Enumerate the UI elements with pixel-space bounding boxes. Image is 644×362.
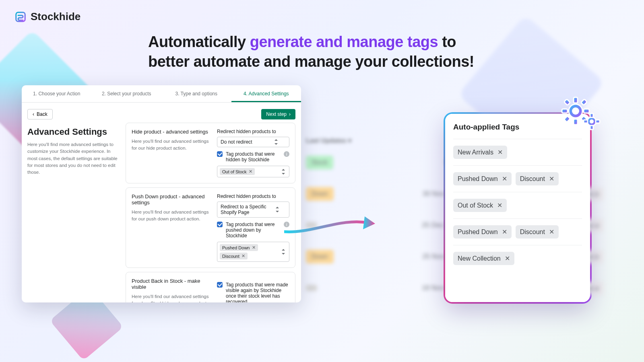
tag-checkbox[interactable] bbox=[217, 151, 223, 157]
redirect-label: Redirect hidden products to bbox=[217, 129, 289, 134]
tag-checkbox[interactable] bbox=[217, 222, 223, 227]
tab-step-3[interactable]: 3. Type and options bbox=[161, 85, 231, 102]
auto-tag-chip: Out of Stock ✕ bbox=[453, 199, 507, 212]
auto-tag-row: Pushed Down ✕Discount ✕ bbox=[453, 218, 582, 245]
brand-name: Stockhide bbox=[31, 10, 80, 23]
tag-chip: Pushed Down ✕ bbox=[220, 244, 258, 251]
panel-subtitle: Here you'll find more advanced settings … bbox=[27, 141, 120, 176]
close-icon[interactable]: ✕ bbox=[502, 175, 507, 183]
settings-card: Product Back in Stock - make visibleHere… bbox=[126, 272, 295, 302]
tab-step-2[interactable]: 2. Select your products bbox=[92, 85, 162, 102]
hero-heading: Automatically generate and manage tags t… bbox=[148, 32, 498, 72]
settings-panel: 1. Choose your Action2. Select your prod… bbox=[22, 85, 301, 302]
svg-rect-7 bbox=[564, 99, 570, 105]
auto-tag-chip: Discount ✕ bbox=[516, 225, 559, 239]
svg-point-12 bbox=[590, 119, 594, 123]
close-icon[interactable]: ✕ bbox=[549, 228, 554, 236]
card-title: Product Back in Stock - make visible bbox=[132, 278, 211, 290]
tag-chipbox[interactable]: Out of Stock ✕ bbox=[217, 166, 289, 177]
svg-point-2 bbox=[572, 107, 579, 115]
checkbox-label: Tag products that were pushed down by St… bbox=[226, 222, 280, 239]
svg-rect-13 bbox=[590, 113, 593, 117]
auto-tag-row: Out of Stock ✕ bbox=[453, 192, 582, 218]
gear-icon bbox=[560, 96, 601, 132]
checkbox-label: Tag products that were made visible agai… bbox=[226, 282, 289, 302]
card-desc: Here you'll find our advanced settings f… bbox=[132, 209, 211, 223]
tabs: 1. Choose your Action2. Select your prod… bbox=[22, 85, 301, 103]
back-button[interactable]: ‹ Back bbox=[27, 109, 53, 119]
auto-tag-chip: New Collection ✕ bbox=[453, 252, 514, 265]
panel-title: Advanced Settings bbox=[27, 127, 120, 137]
chevron-left-icon: ‹ bbox=[33, 111, 34, 117]
back-label: Back bbox=[37, 111, 47, 117]
card-title: Push Down product - advanced settings bbox=[132, 193, 211, 206]
redirect-label: Redirect hidden products to bbox=[217, 193, 289, 199]
chip-remove-icon[interactable]: ✕ bbox=[249, 169, 252, 174]
settings-card: Push Down product - advanced settingsHer… bbox=[126, 187, 295, 268]
select-caret-icon bbox=[276, 207, 279, 212]
svg-rect-14 bbox=[590, 125, 593, 130]
card-desc: Here you'll find our advanced settings f… bbox=[132, 138, 211, 152]
hero-pre: Automatically bbox=[148, 33, 250, 50]
svg-rect-16 bbox=[596, 120, 600, 123]
checkbox-label: Tag products that were hidden by Stockhi… bbox=[226, 151, 280, 162]
close-icon[interactable]: ✕ bbox=[497, 148, 503, 156]
auto-tag-chip: Pushed Down ✕ bbox=[453, 225, 512, 239]
auto-tag-row: Pushed Down ✕Discount ✕ bbox=[453, 165, 582, 192]
chip-remove-icon[interactable]: ✕ bbox=[252, 245, 256, 250]
redirect-select[interactable]: Do not redirect bbox=[217, 137, 289, 147]
svg-rect-10 bbox=[564, 116, 570, 122]
next-step-button[interactable]: Next step › bbox=[261, 109, 295, 119]
tab-step-1[interactable]: 1. Choose your Action bbox=[22, 85, 92, 102]
redirect-select[interactable]: Redirect to a Specific Shopify Page bbox=[217, 202, 289, 218]
next-label: Next step bbox=[266, 111, 287, 117]
auto-tags-panel: Auto-applied Tags New Arrivals ✕Pushed D… bbox=[445, 114, 590, 302]
svg-rect-6 bbox=[584, 109, 589, 113]
auto-tag-chip: Discount ✕ bbox=[516, 172, 559, 185]
select-caret-icon bbox=[282, 169, 286, 175]
info-icon[interactable]: i bbox=[284, 151, 289, 157]
tag-checkbox[interactable] bbox=[217, 282, 223, 288]
card-desc: Here you'll find our advanced settings f… bbox=[132, 293, 211, 302]
close-icon[interactable]: ✕ bbox=[502, 228, 507, 236]
auto-tag-row: New Arrivals ✕ bbox=[453, 139, 582, 165]
hero-highlight: generate and manage tags bbox=[250, 33, 438, 50]
brand-logo: Stockhide bbox=[14, 10, 80, 23]
select-caret-icon bbox=[275, 139, 279, 145]
close-icon[interactable]: ✕ bbox=[497, 202, 502, 209]
close-icon[interactable]: ✕ bbox=[505, 255, 510, 262]
svg-rect-4 bbox=[574, 119, 578, 125]
chip-remove-icon[interactable]: ✕ bbox=[242, 253, 245, 259]
logo-icon bbox=[14, 11, 27, 23]
tag-chip: Discount ✕ bbox=[220, 253, 248, 259]
svg-rect-9 bbox=[581, 99, 587, 105]
arrow-icon bbox=[284, 212, 381, 236]
card-title: Hide product - advanced settings bbox=[132, 129, 211, 135]
svg-rect-5 bbox=[562, 109, 568, 113]
tag-chipbox[interactable]: Pushed Down ✕Discount ✕ bbox=[217, 242, 289, 262]
svg-rect-15 bbox=[584, 120, 588, 123]
close-icon[interactable]: ✕ bbox=[549, 175, 554, 183]
tag-chip: Out of Stock ✕ bbox=[220, 168, 255, 175]
auto-tag-chip: Pushed Down ✕ bbox=[453, 172, 512, 185]
auto-tag-chip: New Arrivals ✕ bbox=[453, 146, 507, 159]
chevron-right-icon: › bbox=[289, 111, 291, 117]
auto-tag-row: New Collection ✕ bbox=[453, 245, 582, 272]
svg-rect-3 bbox=[574, 97, 578, 103]
settings-card: Hide product - advanced settingsHere you… bbox=[126, 123, 295, 183]
tab-step-4[interactable]: 4. Advanced Settings bbox=[231, 85, 301, 102]
select-caret-icon bbox=[282, 249, 286, 255]
